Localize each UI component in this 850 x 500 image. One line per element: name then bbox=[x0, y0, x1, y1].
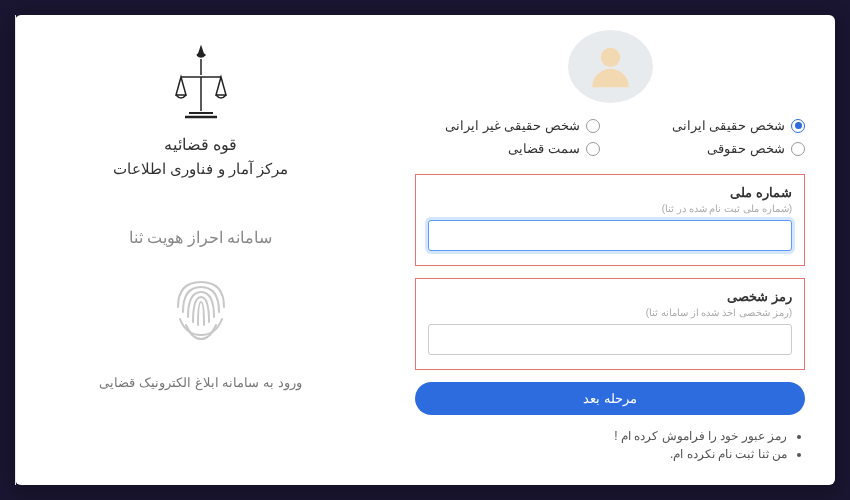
not-registered-link[interactable]: من ثنا ثبت نام نکرده ام. bbox=[415, 447, 787, 461]
password-label: رمز شخصی bbox=[428, 289, 792, 304]
next-button[interactable]: مرحله بعد bbox=[415, 382, 805, 415]
radio-legal[interactable]: شخص حقوقی bbox=[620, 141, 805, 156]
fingerprint-icon bbox=[166, 267, 236, 345]
national-id-hint: (شماره ملی ثبت نام شده در ثنا) bbox=[428, 203, 792, 214]
person-type-group: شخص حقیقی ایرانی شخص حقیقی غیر ایرانی شخ… bbox=[415, 118, 805, 156]
radio-label: شخص حقیقی ایرانی bbox=[672, 118, 785, 133]
brand-panel: قوه قضائیه مرکز آمار و فناوری اطلاعات سا… bbox=[15, 15, 385, 485]
radio-icon bbox=[586, 119, 600, 133]
radio-iranian[interactable]: شخص حقیقی ایرانی bbox=[620, 118, 805, 133]
judiciary-logo-icon bbox=[171, 45, 231, 123]
radio-icon bbox=[791, 142, 805, 156]
radio-label: شخص حقوقی bbox=[707, 141, 785, 156]
avatar-placeholder bbox=[568, 30, 653, 103]
password-hint: (رمز شخصی اخذ شده از سامانه ثنا) bbox=[428, 307, 792, 318]
form-panel: شخص حقیقی ایرانی شخص حقیقی غیر ایرانی شخ… bbox=[385, 15, 835, 485]
login-card: شخص حقیقی ایرانی شخص حقیقی غیر ایرانی شخ… bbox=[15, 15, 835, 485]
logo-block: قوه قضائیه مرکز آمار و فناوری اطلاعات bbox=[113, 45, 288, 208]
brand-title: قوه قضائیه bbox=[113, 135, 288, 154]
brand-subtitle: مرکز آمار و فناوری اطلاعات bbox=[113, 160, 288, 178]
radio-icon bbox=[791, 119, 805, 133]
password-input[interactable] bbox=[428, 324, 792, 355]
user-icon bbox=[583, 39, 638, 94]
helper-links: رمز عبور خود را فراموش کرده ام ! من ثنا … bbox=[415, 429, 805, 465]
svg-point-0 bbox=[600, 48, 619, 67]
radio-label: شخص حقیقی غیر ایرانی bbox=[445, 118, 580, 133]
radio-judicial[interactable]: سمت قضایی bbox=[415, 141, 600, 156]
system-name: سامانه احراز هویت ثنا bbox=[129, 228, 272, 247]
forgot-password-link[interactable]: رمز عبور خود را فراموش کرده ام ! bbox=[415, 429, 787, 443]
national-id-input[interactable] bbox=[428, 220, 792, 251]
portal-link[interactable]: ورود به سامانه ابلاغ الکترونیک قضایی bbox=[99, 375, 301, 390]
national-id-label: شماره ملی bbox=[428, 185, 792, 200]
radio-foreign[interactable]: شخص حقیقی غیر ایرانی bbox=[415, 118, 600, 133]
password-group: رمز شخصی (رمز شخصی اخذ شده از سامانه ثنا… bbox=[415, 278, 805, 370]
national-id-group: شماره ملی (شماره ملی ثبت نام شده در ثنا) bbox=[415, 174, 805, 266]
radio-icon bbox=[586, 142, 600, 156]
radio-label: سمت قضایی bbox=[508, 141, 580, 156]
